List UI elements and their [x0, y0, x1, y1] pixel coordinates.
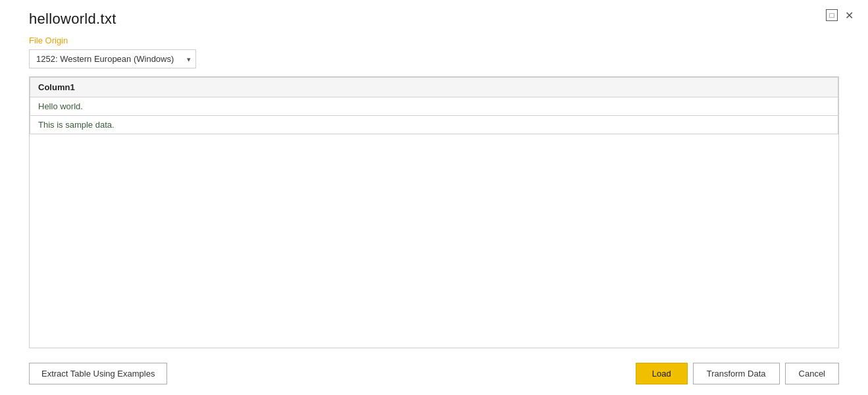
main-window: helloworld.txt □ ✕ File Origin 1252: Wes…: [0, 0, 868, 395]
window-controls: □ ✕: [826, 9, 855, 21]
extract-table-button[interactable]: Extract Table Using Examples: [29, 363, 167, 384]
column1-header: Column1: [30, 78, 838, 97]
data-table: Column1 Hello world.This is sample data.: [30, 77, 838, 134]
title-bar: helloworld.txt: [0, 0, 868, 33]
transform-data-button[interactable]: Transform Data: [693, 363, 780, 384]
file-origin-dropdown-wrapper: 1252: Western European (Windows) 65001: …: [29, 49, 196, 68]
table-cell: Hello world.: [30, 97, 838, 116]
file-origin-section: File Origin 1252: Western European (Wind…: [0, 33, 868, 74]
table-area: Column1 Hello world.This is sample data.: [29, 76, 839, 348]
table-cell: This is sample data.: [30, 116, 838, 134]
table-row: Hello world.: [30, 97, 838, 116]
table-row: This is sample data.: [30, 116, 838, 134]
window-title: helloworld.txt: [29, 11, 116, 28]
close-icon: ✕: [845, 9, 854, 22]
load-button[interactable]: Load: [636, 363, 688, 384]
table-header-row: Column1: [30, 78, 838, 97]
maximize-icon: □: [829, 11, 834, 20]
bottom-right: Load Transform Data Cancel: [636, 363, 839, 384]
bottom-left: Extract Table Using Examples: [29, 363, 167, 384]
file-origin-label: File Origin: [29, 36, 839, 45]
close-button[interactable]: ✕: [843, 9, 855, 21]
cancel-button[interactable]: Cancel: [785, 363, 839, 384]
bottom-bar: Extract Table Using Examples Load Transf…: [0, 356, 868, 395]
maximize-button[interactable]: □: [826, 9, 838, 21]
file-origin-dropdown[interactable]: 1252: Western European (Windows) 65001: …: [29, 49, 196, 68]
